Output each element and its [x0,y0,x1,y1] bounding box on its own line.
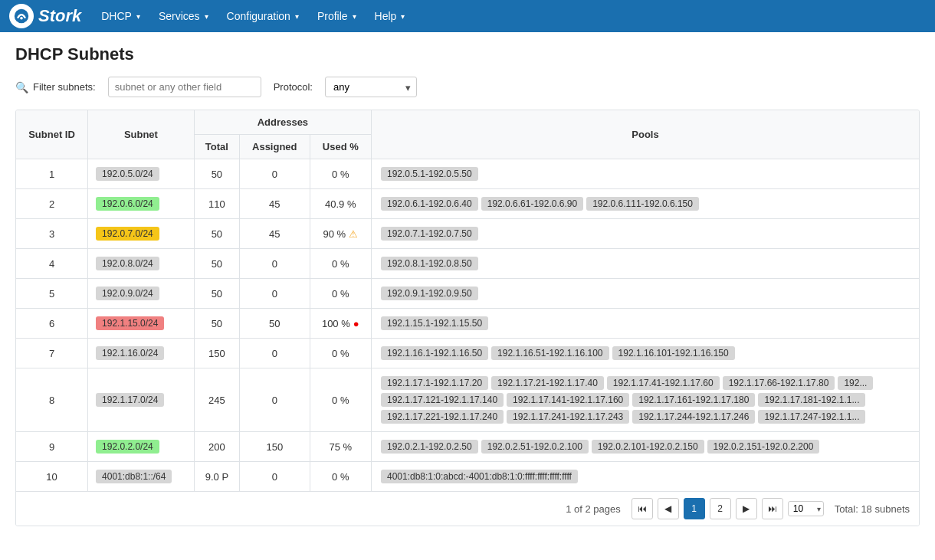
cell-used-pct: 100 %● [310,309,371,339]
cell-subnet: 192.0.8.0/24 [88,249,195,279]
cell-subnet: 192.1.17.0/24 [88,368,195,432]
cell-assigned: 0 [239,249,310,279]
cell-total: 200 [194,432,239,462]
nav-services-label: Services [159,10,200,22]
pool-badge[interactable]: 192.0.2.151-192.0.2.200 [707,440,820,454]
nav-profile[interactable]: Profile ▾ [310,0,364,32]
pool-badge[interactable]: 192.1.17.66-192.1.17.80 [723,376,835,390]
pool-badge[interactable]: 192.1.16.101-192.1.16.150 [612,346,735,360]
pool-badge[interactable]: 192.1.17.181-192.1.1... [758,393,865,407]
app-name: Stork [38,6,81,26]
cell-subnet: 192.0.5.0/24 [88,159,195,189]
cell-subnet-id: 10 [16,462,88,492]
filter-subnets-input[interactable] [108,77,261,97]
cell-subnet-id: 7 [16,339,88,368]
page-next-button[interactable]: ▶ [736,498,757,519]
table-row: 1192.0.5.0/245000 %192.0.5.1-192.0.5.50 [16,159,919,189]
pool-badge[interactable]: 192.0.2.51-192.0.2.100 [481,440,589,454]
cell-total: 50 [194,159,239,189]
filter-label-group: 🔍 Filter subnets: [15,81,96,93]
cell-subnet: 192.0.2.0/24 [88,432,195,462]
nav-dhcp-label: DHCP [101,10,132,22]
cell-total: 245 [194,368,239,432]
pool-badge[interactable]: 192.1.17.244-192.1.17.246 [632,410,755,424]
navbar: Stork DHCP ▾ Services ▾ Configuration ▾ … [0,0,935,32]
nav-help-label: Help [375,10,397,22]
table-row: 3192.0.7.0/24504590 %⚠192.0.7.1-192.0.7.… [16,219,919,249]
cell-total: 50 [194,279,239,309]
cell-subnet-id: 4 [16,249,88,279]
pool-badge[interactable]: 192.0.5.1-192.0.5.50 [381,167,478,181]
nav-services[interactable]: Services ▾ [151,0,216,32]
page-prev-button[interactable]: ◀ [658,498,679,519]
pool-badge[interactable]: 192.1.16.51-192.1.16.100 [491,346,609,360]
chevron-down-icon: ▾ [205,12,208,21]
pool-badge[interactable]: 192... [838,376,873,390]
pool-badge[interactable]: 192.0.2.101-192.0.2.150 [592,440,704,454]
app-logo[interactable]: Stork [9,4,81,28]
subnet-badge[interactable]: 192.0.8.0/24 [96,257,159,270]
logo-icon [9,4,34,28]
pool-badge[interactable]: 4001:db8:1:0:abcd:-4001:db8:1:0:ffff:fff… [381,470,578,483]
pool-badge[interactable]: 192.0.7.1-192.0.7.50 [381,227,478,241]
filter-row: 🔍 Filter subnets: Protocol: any IPv4 IPv… [15,77,920,97]
pool-badge[interactable]: 192.1.17.21-192.1.17.40 [491,376,604,390]
pool-badge[interactable]: 192.0.6.1-192.0.6.40 [381,197,478,211]
table-row: 4192.0.8.0/245000 %192.0.8.1-192.0.8.50 [16,249,919,279]
page-last-button[interactable]: ⏭ [762,498,783,519]
page-first-button[interactable]: ⏮ [632,498,653,519]
subnet-badge[interactable]: 192.0.2.0/24 [96,440,159,454]
protocol-select-wrapper: any IPv4 IPv6 [325,77,417,97]
pool-badge[interactable]: 192.0.9.1-192.0.9.50 [381,287,478,300]
pool-badge[interactable]: 192.0.6.111-192.0.6.150 [586,197,699,211]
chevron-down-icon: ▾ [295,12,299,21]
pool-badge[interactable]: 192.1.17.121-192.1.17.140 [381,393,504,407]
pool-badge[interactable]: 192.1.16.1-192.1.16.50 [381,346,488,360]
subnet-badge[interactable]: 192.0.9.0/24 [96,287,159,300]
pool-badge[interactable]: 192.1.17.221-192.1.17.240 [381,410,504,424]
page-1-button[interactable]: 1 [684,498,705,519]
cell-subnet-id: 8 [16,368,88,432]
page-content: DHCP Subnets 🔍 Filter subnets: Protocol:… [0,32,935,539]
subnet-badge[interactable]: 192.1.16.0/24 [96,346,164,360]
protocol-label: Protocol: [274,81,313,93]
subnet-badge[interactable]: 192.1.15.0/24 [96,316,164,330]
total-info: Total: 18 subnets [835,503,910,515]
cell-total: 9.0 P [194,462,239,492]
pool-badge[interactable]: 192.1.17.1-192.1.17.20 [381,376,488,390]
page-2-button[interactable]: 2 [710,498,731,519]
subnet-badge[interactable]: 4001:db8:1::/64 [96,470,172,483]
cell-pools: 4001:db8:1:0:abcd:-4001:db8:1:0:ffff:fff… [371,462,919,492]
cell-subnet: 4001:db8:1::/64 [88,462,195,492]
nav-profile-label: Profile [317,10,348,22]
pool-badge[interactable]: 192.0.8.1-192.0.8.50 [381,257,478,270]
pool-badge[interactable]: 192.1.17.247-192.1.1... [758,410,865,424]
nav-configuration-label: Configuration [227,10,290,22]
nav-configuration[interactable]: Configuration ▾ [219,0,307,32]
cell-subnet-id: 1 [16,159,88,189]
pool-badge[interactable]: 192.1.17.161-192.1.17.180 [632,393,755,407]
pool-badge[interactable]: 192.1.17.41-192.1.17.60 [607,376,720,390]
cell-subnet: 192.1.16.0/24 [88,339,195,368]
protocol-select[interactable]: any IPv4 IPv6 [325,77,417,97]
pool-badge[interactable]: 192.1.15.1-192.1.15.50 [381,316,488,330]
cell-used-pct: 75 % [310,432,371,462]
subnet-badge[interactable]: 192.0.6.0/24 [96,197,159,211]
pool-badge[interactable]: 192.0.6.61-192.0.6.90 [481,197,583,211]
cell-subnet: 192.0.9.0/24 [88,279,195,309]
subnets-table-wrapper: Subnet ID Subnet Addresses Pools Total [15,110,920,526]
nav-dhcp[interactable]: DHCP ▾ [94,0,148,32]
cell-subnet: 192.0.6.0/24 [88,189,195,219]
cell-total: 110 [194,189,239,219]
subnet-badge[interactable]: 192.0.7.0/24 [96,227,159,241]
cell-assigned: 45 [239,189,310,219]
nav-help[interactable]: Help ▾ [367,0,413,32]
cell-used-pct: 40.9 % [310,189,371,219]
subnet-badge[interactable]: 192.1.17.0/24 [96,393,164,407]
per-page-select[interactable]: 10 25 50 100 [788,501,824,516]
table-row: 5192.0.9.0/245000 %192.0.9.1-192.0.9.50 [16,279,919,309]
subnet-badge[interactable]: 192.0.5.0/24 [96,167,159,181]
pool-badge[interactable]: 192.1.17.241-192.1.17.243 [507,410,629,424]
pool-badge[interactable]: 192.0.2.1-192.0.2.50 [381,440,478,454]
pool-badge[interactable]: 192.1.17.141-192.1.17.160 [507,393,629,407]
